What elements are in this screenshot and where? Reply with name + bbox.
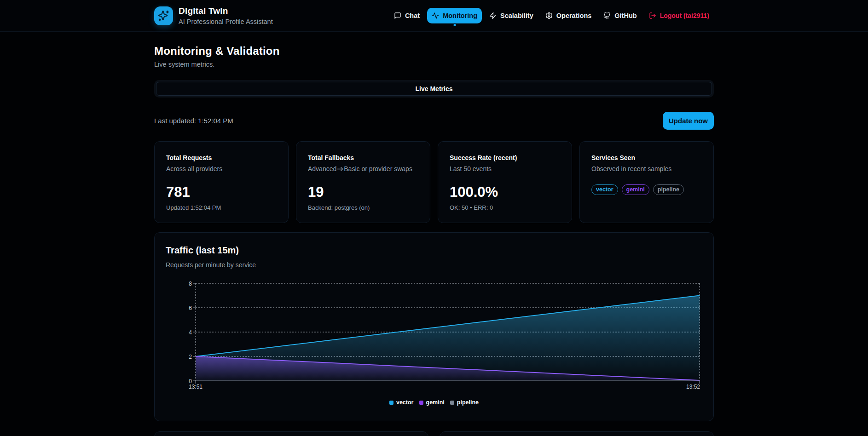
svg-text:13:52: 13:52: [686, 384, 700, 390]
svg-text:8: 8: [189, 281, 192, 287]
svg-text:13:51: 13:51: [189, 384, 203, 390]
svg-text:6: 6: [189, 305, 192, 311]
svg-text:4: 4: [189, 329, 192, 336]
svg-text:2: 2: [189, 354, 192, 360]
